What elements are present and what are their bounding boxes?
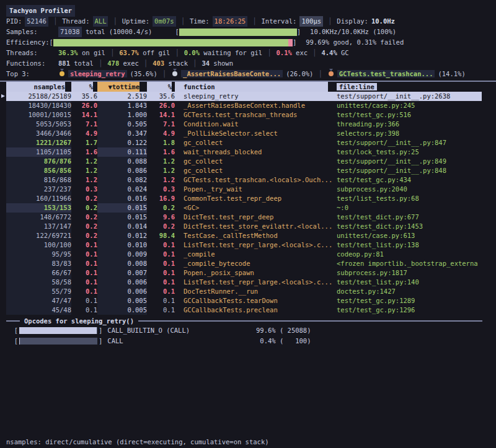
table-row[interactable]: 25188/2518935.62.51935.6sleeping_retryte… [6,92,482,101]
cell-nsamples: 856/856 [6,166,71,175]
opcodes-separator: Opcodes for sleeping_retry() [0,316,496,325]
cell-nsamples: 3466/3466 [6,129,71,138]
cell-cumulative-percent: 0.1 [147,250,175,259]
top3-label: Top 3: [6,69,58,79]
cell-function: Condition.wait [175,120,337,129]
table-row[interactable]: 83/830.10.0080.1_compile_bytecode<frozen… [6,259,490,268]
column-header-file-line[interactable]: file:line [337,82,490,92]
cell-function: GCTests.test_trashcan.<locals>.Ouch... [175,175,337,185]
table-row[interactable]: 95/950.10.0090.1_compilecodeop.py:81 [6,250,490,259]
cell-cumulative-percent: 7.1 [147,120,175,129]
cell-cumulative-percent: 0.3 [147,185,175,194]
top3-function-name[interactable]: GCTests.test_trashcan... [337,70,435,77]
functions-segment-value: 881 [58,59,70,67]
thread-value[interactable]: ALL [93,16,108,27]
table-row[interactable]: 237/2370.30.0240.3Popen._try_waitsubproc… [6,185,490,194]
cell-cumulative-percent: 0.1 [147,268,175,278]
threads-segment-text: waiting for gil [200,49,262,56]
column-header-function[interactable]: function [175,82,337,92]
table-row[interactable]: 55/790.10.0060.1DocTestRunner.__rundocte… [6,287,490,296]
cell-cumulative-percent: 14.1 [147,110,175,120]
table-row[interactable]: 1105/11051.60.1111.6wait_threads_blocked… [6,147,490,157]
table-row[interactable]: 153/1530.20.0150.2<GC>~:0 [6,203,490,213]
samples-rate: 10.0KHz/10.0KHz (100%) [310,27,396,37]
table-row[interactable]: 18430/1843026.01.84326.0_AssertRaisesBas… [6,101,490,110]
table-row[interactable]: 66/670.10.0070.1Popen._posix_spawnsubpro… [6,268,490,278]
cell-file-line: test/test_gc.py:1289 [337,296,490,305]
column-header-tottime[interactable]: ▼tottime [97,82,147,92]
table-row[interactable]: 122/697210.20.01298.4TestCase._callTestM… [6,231,490,240]
cell-function: DictTest.test_repr_deep [175,213,337,222]
thread-label: Thread: [62,16,89,27]
cell-function: DictTest.test_store_evilattr.<local... [175,222,337,231]
table-row[interactable]: 160/119660.20.01616.9CommonTest.test_rep… [6,194,490,203]
top3-line: Top 3:sleeping_retry(35.6%)│_AssertRaise… [6,69,496,79]
divider: │ [113,16,117,27]
cell-file-line: selectors.py:398 [337,129,490,138]
cell-direct-percent: 0.3 [71,185,97,194]
opcode-bar-close: ] [99,325,102,336]
cell-tottime: 0.111 [97,147,147,157]
divider: │ [175,49,179,56]
cell-tottime: 0.015 [97,203,147,213]
cell-cumulative-percent: 1.2 [147,157,175,166]
table-row[interactable]: 47/470.10.0050.1GCCallbackTests.tearDown… [6,296,490,305]
table-row[interactable]: 100/1000.10.0100.1ListTest.test_repr_lar… [6,240,490,250]
cell-file-line: test/lock_tests.py:25 [337,147,490,157]
time-value: 18:26:25 [213,16,248,27]
cell-function: DocTestRunner.__run [175,287,337,296]
cell-function: _PollLikeSelector.select [175,129,337,138]
functions-segment-text: exec [119,59,139,67]
samples-bar-close: ] [297,27,301,37]
threads-segments: 36.3% on gil│63.7% off gil│0.0% waiting … [58,48,349,58]
table-row[interactable]: 816/8681.20.0821.2GCTests.test_trashcan.… [6,175,490,185]
interval-value: 100µs [299,16,323,27]
table-row[interactable]: 137/1470.20.0140.2DictTest.test_store_ev… [6,222,490,231]
divider: │ [193,59,197,67]
divider: │ [181,16,185,27]
opcodes-title: Opcodes for sleeping_retry() [24,317,134,325]
cell-nsamples: 18430/18430 [6,101,71,110]
top3-function-name[interactable]: _AssertRaisesBaseConte... [181,70,283,77]
cell-function: TestCase._callTestMethod [175,231,337,240]
cell-tottime: 0.010 [97,240,147,250]
footer-legend: nsamples: direct/cumulative (direct=exec… [6,437,269,447]
table-row[interactable]: 856/8561.20.0861.2gc_collecttest/support… [6,166,490,175]
table-row[interactable]: 876/8761.20.0881.2gc_collecttest/support… [6,157,490,166]
table-row[interactable]: 10001/1001514.11.00014.1GCTests.test_tra… [6,110,490,120]
cell-tottime: 0.006 [97,278,147,287]
cell-cumulative-percent: 26.0 [147,101,175,110]
title-line: Tachyon Profiler [6,6,496,16]
cell-file-line: test/test_list.py:138 [337,240,490,250]
column-header-nsamples[interactable]: nsamples [6,82,71,92]
cell-cumulative-percent: 0.1 [147,296,175,305]
opcode-percent-count: 0.4% ( 100) [256,336,311,346]
table-row[interactable]: 5053/50537.10.5057.1Condition.waitthread… [6,120,490,129]
cell-function: ListTest.test_repr_large.<locals>.c... [175,240,337,250]
column-header-%[interactable]: % [71,82,97,92]
threads-segment-text: exc [292,49,308,56]
table-row[interactable]: 58/580.10.0060.1ListTest.test_repr_large… [6,278,490,287]
cell-nsamples: 153/153 [6,203,71,213]
samples-bar [179,29,297,36]
cell-file-line: <frozen importlib._bootstrap_externa [337,259,490,268]
cell-cumulative-percent: 0.1 [147,287,175,296]
divider: │ [328,16,332,27]
time-label: Time: [190,16,210,27]
cell-file-line: unittest/case.py:613 [337,231,490,240]
divider: │ [53,16,57,27]
opcode-name: CALL_BUILTIN_O (CALL) [107,325,190,336]
opcode-bar-fill [19,327,97,334]
table-row[interactable]: 1221/12671.70.1221.8gc_collecttest/suppo… [6,138,490,147]
table-row[interactable]: 148/67720.20.0159.6DictTest.test_repr_de… [6,213,490,222]
functions-segment-value: 403 [153,59,164,67]
cell-nsamples: 47/47 [6,296,71,305]
cell-cumulative-percent: 1.8 [147,138,175,147]
top3-function-name[interactable]: sleeping_retry [68,70,127,77]
cell-file-line: ~:0 [337,203,490,213]
cell-tottime: 0.015 [97,213,147,222]
cell-file-line: test/support/__init__.py:2638 [337,92,482,101]
table-row[interactable]: 45/480.10.0050.1GCCallbackTests.preclean… [6,305,490,315]
table-row[interactable]: 3466/34664.90.3474.9_PollLikeSelector.se… [6,129,490,138]
column-header-%[interactable]: % [147,82,175,92]
